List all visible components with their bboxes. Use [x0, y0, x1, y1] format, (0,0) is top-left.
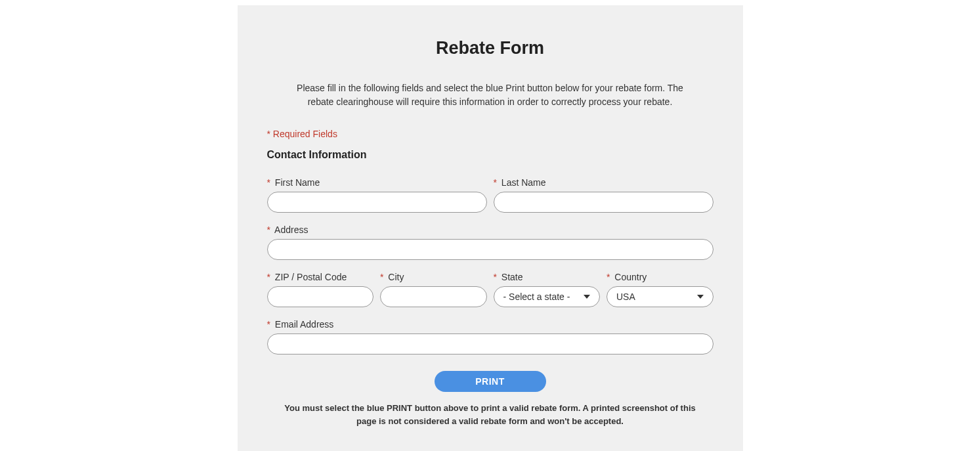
country-select[interactable]: USA [607, 286, 714, 307]
page-title: Rebate Form [267, 38, 714, 58]
email-label: * Email Address [267, 319, 714, 330]
first-name-input[interactable] [267, 192, 487, 213]
zip-field-wrapper: * ZIP / Postal Code [267, 272, 374, 307]
instructions-text: Please fill in the following fields and … [267, 81, 714, 109]
state-field-wrapper: * State - Select a state - [494, 272, 601, 307]
last-name-input[interactable] [494, 192, 714, 213]
address-label: * Address [267, 225, 714, 235]
email-field-wrapper: * Email Address [267, 319, 714, 354]
state-select[interactable]: - Select a state - [494, 286, 601, 307]
city-label: * City [380, 272, 487, 282]
rebate-form-container: Rebate Form Please fill in the following… [238, 5, 743, 451]
zip-input[interactable] [267, 286, 374, 307]
zip-label: * ZIP / Postal Code [267, 272, 374, 282]
country-field-wrapper: * Country USA [607, 272, 714, 307]
city-input[interactable] [380, 286, 487, 307]
address-input[interactable] [267, 239, 714, 260]
city-field-wrapper: * City [380, 272, 487, 307]
section-title: Contact Information [267, 149, 714, 161]
first-name-field-wrapper: * First Name [267, 177, 487, 213]
address-field-wrapper: * Address [267, 225, 714, 260]
required-fields-note: * Required Fields [267, 129, 714, 139]
footer-note: You must select the blue PRINT button ab… [267, 402, 714, 427]
email-input[interactable] [267, 333, 714, 354]
print-button[interactable]: PRINT [435, 371, 546, 392]
last-name-label: * Last Name [494, 177, 714, 188]
country-label: * Country [607, 272, 714, 282]
last-name-field-wrapper: * Last Name [494, 177, 714, 213]
first-name-label: * First Name [267, 177, 487, 188]
state-label: * State [494, 272, 601, 282]
